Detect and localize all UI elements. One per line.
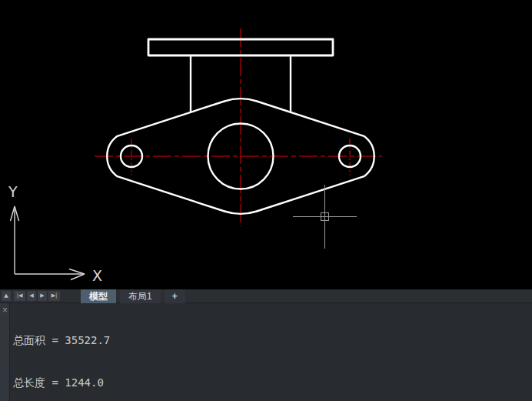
layout-tab-bar: ▲ |◀ ◀ ▶ ▶| 模型 布局1 + xyxy=(0,289,532,303)
tabbar-last-tab-button[interactable]: ▶| xyxy=(48,291,60,301)
command-history: 总面积 = 35522.7 总长度 = 1244.0 选取减去面积的对象: 面积… xyxy=(10,303,166,401)
tabbar-prev-tab-button[interactable]: ◀ xyxy=(27,291,36,301)
crosshair-cursor xyxy=(293,185,357,249)
command-panel-strip: × xyxy=(0,303,10,401)
close-icon[interactable]: × xyxy=(0,305,10,316)
cad-application-window: Y X ▲ |◀ ◀ ▶ ▶| 模型 布局1 + × 总面积 = 35522.7… xyxy=(0,0,532,401)
tabbar-next-tab-button[interactable]: ▶ xyxy=(38,291,47,301)
drawing-svg: Y X xyxy=(0,0,532,289)
command-history-line: 总面积 = 35522.7 xyxy=(13,333,166,347)
tab-layout1[interactable]: 布局1 xyxy=(120,289,161,303)
command-history-line: 总长度 = 1244.0 xyxy=(13,376,166,389)
ucs-y-label: Y xyxy=(8,183,18,200)
ucs-icon: Y X xyxy=(8,183,102,284)
ucs-x-label: X xyxy=(92,267,102,284)
drawing-canvas[interactable]: Y X xyxy=(0,0,532,289)
tabbar-expand-button[interactable]: ▲ xyxy=(2,291,11,301)
tabbar-first-tab-button[interactable]: |◀ xyxy=(14,291,25,301)
command-line-panel[interactable]: × 总面积 = 35522.7 总长度 = 1244.0 选取减去面积的对象: … xyxy=(0,303,532,401)
tab-model[interactable]: 模型 xyxy=(81,289,116,303)
tab-add-layout[interactable]: + xyxy=(165,289,185,303)
